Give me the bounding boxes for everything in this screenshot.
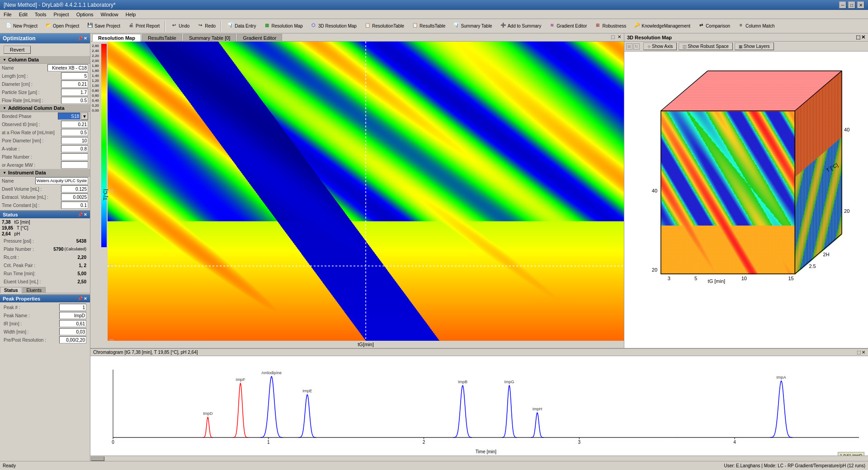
tab-close-icon[interactable]: ✕ — [617, 33, 622, 40]
resolution-table-button[interactable]: 📋 ResolutionTable — [361, 21, 407, 31]
print-report-button[interactable]: 🖨 Print Report — [124, 21, 163, 31]
close-btn[interactable]: ✕ — [857, 1, 864, 9]
peak-properties-header: Peak Properties 📌 ✕ — [0, 295, 90, 302]
3d-zoom-in-icon[interactable]: ⊞ — [626, 43, 632, 50]
chroma-close-btn[interactable]: ✕ — [862, 350, 865, 355]
rs-crit-row: Rs,crit : 2,20 — [2, 253, 88, 261]
3d-resolution-panel: 3D Resolution Map ⬚ ✕ ⊞ ↻ ⊹ Show Axis — [624, 33, 868, 348]
menu-window[interactable]: Window — [97, 11, 122, 18]
status-tabs: Status Eluents — [0, 287, 90, 293]
3d-expand-btn[interactable]: ⬚ — [856, 34, 860, 40]
status-pin-btn[interactable]: 📌 — [78, 212, 83, 217]
panel-close-btn[interactable]: ✕ — [84, 36, 87, 41]
open-project-button[interactable]: 📂 Open Project — [42, 21, 82, 31]
menu-tools[interactable]: Tools — [31, 11, 50, 18]
summary-table-button[interactable]: 📊 Summary Table — [449, 21, 495, 31]
status-T-row: 19,85 T [°C] — [2, 225, 88, 231]
column-match-icon: ≡ — [737, 23, 745, 30]
redo-button[interactable]: ↪ Redo — [193, 21, 219, 31]
observed-t0-row: Observed t0 [min] : 0.21 — [0, 120, 90, 128]
menu-edit[interactable]: Edit — [15, 11, 31, 18]
tab-expand-icon[interactable]: ⬚ — [610, 33, 616, 40]
results-table-icon: 📋 — [411, 23, 419, 30]
resolution-table-icon: 📋 — [364, 23, 371, 30]
show-axis-button[interactable]: ⊹ Show Axis — [643, 42, 677, 50]
bonded-phase-dropdown[interactable]: ▼ — [81, 113, 88, 120]
chromatogram-scrollbar[interactable] — [90, 456, 868, 461]
layers-icon: ▦ — [739, 44, 743, 49]
tab-results-table[interactable]: ResultsTable — [142, 34, 182, 42]
save-project-button[interactable]: 💾 Save Project — [83, 21, 123, 31]
instrument-name-row: Name Waters Acquity UPLC Syste — [0, 177, 90, 185]
tab-summary-table[interactable]: Summary Table [0] — [183, 34, 236, 42]
undo-button[interactable]: ↩ Undo — [167, 21, 193, 31]
data-entry-icon: 📊 — [226, 23, 234, 30]
show-layers-button[interactable]: ▦ Show Layers — [735, 42, 774, 50]
new-project-button[interactable]: 📄 New Project — [2, 21, 41, 31]
3d-nav-icons: ⊞ ↻ — [626, 43, 640, 50]
status-close-btn[interactable]: ✕ — [84, 212, 87, 217]
menu-project[interactable]: Project — [50, 11, 72, 18]
instrument-data-section[interactable]: Instrument Data — [0, 169, 90, 177]
column-data-section[interactable]: Column Data — [0, 56, 90, 64]
toolbar: 📄 New Project 📂 Open Project 💾 Save Proj… — [0, 19, 868, 33]
redo-icon: ↪ — [197, 23, 204, 30]
knowledge-management-button[interactable]: 🔑 KnowledgeManagement — [630, 21, 693, 31]
panel-pin-btn[interactable]: 📌 — [78, 36, 83, 41]
sep2 — [221, 21, 222, 32]
chromatogram-canvas-area: 1.9:61 ImpD — [90, 356, 868, 461]
tab-gradient-editor[interactable]: Gradient Editor — [237, 34, 282, 42]
restore-btn[interactable]: □ — [848, 1, 855, 9]
robustness-button[interactable]: ⊞ Robustness — [591, 21, 629, 31]
tab-resolution-map[interactable]: Resolution Map — [92, 34, 141, 42]
length-field-row: Length [cm] : 5 — [0, 72, 90, 80]
comparison-button[interactable]: ⇄ Comparison — [694, 21, 733, 31]
new-project-icon: 📄 — [5, 23, 12, 30]
3d-panel-toolbar: ⊞ ↻ ⊹ Show Axis ◫ Show Robust Space ▦ Sh… — [624, 42, 868, 52]
3d-resolution-map-button[interactable]: ⬡ 3D Resolution Map — [307, 21, 360, 31]
menu-help[interactable]: Help — [122, 11, 140, 18]
summary-table-icon: 📊 — [453, 23, 460, 30]
resolution-map-button[interactable]: ▦ Resolution Map — [260, 21, 306, 31]
menu-options[interactable]: Options — [73, 11, 97, 18]
peak-close-btn[interactable]: ✕ — [84, 296, 87, 301]
results-table-button[interactable]: 📋 ResultsTable — [408, 21, 448, 31]
3d-close-btn[interactable]: ✕ — [861, 34, 865, 40]
3d-map-icon: ⬡ — [310, 23, 317, 30]
status-values: 7,38 tG [min] 19,85 T [°C] 2,64 pH Press… — [0, 218, 90, 287]
knowledge-icon: 🔑 — [633, 23, 641, 30]
status-tg-row: 7,38 tG [min] — [2, 219, 88, 225]
status-tab-eluents[interactable]: Eluents — [23, 287, 46, 293]
resolution-map-canvas[interactable] — [108, 42, 624, 341]
chromatogram-container: Chromatogram [tG 7,38 [min], T 19,85 [°C… — [90, 348, 868, 461]
minimize-btn[interactable]: ─ — [839, 1, 846, 9]
extracol-volume-row: Extracol. Volume [mL] : 0.0025 — [0, 193, 90, 201]
show-robust-space-button[interactable]: ◫ Show Robust Space — [679, 42, 733, 50]
save-icon: 💾 — [86, 23, 94, 30]
3d-map-canvas[interactable] — [624, 52, 868, 348]
menu-file[interactable]: File — [0, 11, 15, 18]
resolution-map-container: Resolution Map ResultsTable Summary Tabl… — [90, 33, 624, 348]
gradient-editor-icon: ≋ — [548, 23, 556, 30]
width-row: Width [min] : 0,03 — [2, 328, 88, 336]
3d-rotate-icon[interactable]: ↻ — [633, 43, 640, 50]
add-summary-button[interactable]: ➕ Add to Summary — [496, 21, 544, 31]
scrollbar-thumb-h[interactable] — [91, 456, 104, 461]
peak-properties-divider: Peak Properties 📌 ✕ Peak # : 1 Peak Name… — [0, 294, 90, 345]
column-match-button[interactable]: ≡ Column Match — [734, 21, 778, 31]
status-bar: Ready User: E.Langhans | Mode: LC - RP G… — [0, 461, 868, 470]
3d-canvas-area — [624, 52, 868, 348]
tR-row: tR [min] : 0,61 — [2, 320, 88, 328]
additional-column-section[interactable]: Additional Column Data — [0, 104, 90, 112]
chroma-expand-btn[interactable]: ⬚ — [857, 350, 861, 355]
map-area: 2,60 2,40 2,20 2,00 1,80 1,60 1,40 1,20 … — [90, 42, 624, 348]
peak-pin-btn[interactable]: 📌 — [78, 296, 83, 301]
tab-controls: ⬚ ✕ — [610, 33, 622, 41]
data-entry-button[interactable]: 📊 Data Entry — [223, 21, 259, 31]
chromatogram-canvas[interactable] — [90, 356, 868, 456]
window-controls: ─ □ ✕ — [839, 1, 864, 9]
gradient-editor-button[interactable]: ≋ Gradient Editor — [545, 21, 590, 31]
open-icon: 📂 — [45, 23, 52, 30]
revert-button[interactable]: Revert — [4, 46, 31, 54]
status-tab-status[interactable]: Status — [0, 287, 22, 293]
